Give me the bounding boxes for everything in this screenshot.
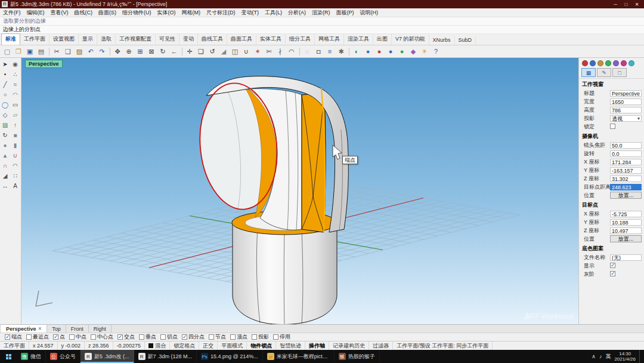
toolbar-tab[interactable]: 渲染工具 — [344, 34, 373, 45]
materials-tab-icon[interactable] — [605, 60, 611, 66]
camera-settings-tab[interactable]: ✎ — [597, 68, 611, 77]
viewport-tab[interactable]: Top — [47, 325, 66, 333]
open-file-icon[interactable]: ❐ — [13, 46, 24, 57]
taskbar-rhino-doc-1[interactable]: R新5 .3dm改 (... — [80, 350, 134, 363]
close-icon[interactable]: ✕ — [38, 326, 42, 331]
status-cell[interactable]: 物件锁点 — [247, 342, 276, 350]
property-value[interactable]: -163.157 — [610, 167, 642, 174]
maximize-button[interactable]: □ — [621, 2, 631, 7]
status-cell[interactable]: 工作平面/预设 工作平面: 同步工作平面 — [393, 342, 493, 350]
toolbar-tab[interactable]: 显示 — [79, 34, 97, 45]
osnap-checkbox[interactable] — [139, 334, 144, 340]
checkbox[interactable] — [610, 271, 615, 276]
toolbar-tab[interactable]: 细分工具 — [286, 34, 315, 45]
fillet-icon[interactable]: ◠ — [286, 46, 297, 57]
menu-item[interactable]: 变动(T) — [239, 9, 262, 17]
clock[interactable]: 14:302021/4/26 — [614, 351, 636, 362]
osnap-item[interactable]: 四分点 — [182, 333, 205, 341]
toolbar-tab[interactable]: 网格工具 — [315, 34, 344, 45]
revolve-icon[interactable]: ↻ — [0, 130, 10, 140]
osnap-checkbox[interactable] — [5, 334, 10, 340]
menu-item[interactable]: 曲面(S) — [95, 9, 119, 17]
zoom-window-icon[interactable]: ⊞ — [135, 46, 145, 57]
viewport-title-label[interactable]: Perspective — [25, 60, 63, 68]
point-icon[interactable]: • — [0, 69, 10, 79]
toolbar-tab[interactable]: 出图 — [373, 34, 392, 45]
curve-icon[interactable]: ≈ — [10, 79, 20, 90]
layers-tab-icon[interactable] — [590, 60, 596, 66]
menu-item[interactable]: 渲染(R) — [309, 9, 333, 17]
osnap-checkbox[interactable] — [230, 334, 236, 340]
osnap-checkbox[interactable] — [182, 334, 187, 340]
menu-item[interactable]: 网格(M) — [179, 9, 204, 17]
osnap-item[interactable]: 投影 — [252, 333, 269, 341]
status-cell[interactable]: y -0.002 — [58, 342, 85, 350]
display-tab-icon[interactable] — [597, 60, 603, 66]
status-cell[interactable]: 正交 — [199, 342, 218, 350]
properties-tab-icon[interactable] — [582, 60, 588, 66]
sphere-icon[interactable]: ● — [0, 140, 10, 150]
polygon-icon[interactable]: ◇ — [0, 110, 10, 120]
show-desktop-button[interactable] — [639, 350, 642, 363]
property-select[interactable]: 透视▾ — [610, 115, 642, 122]
status-cell[interactable]: 平面模式 — [218, 342, 247, 350]
osnap-item[interactable]: 顶点 — [230, 333, 247, 341]
box-icon[interactable]: ■ — [10, 130, 20, 140]
toolbar-tab[interactable]: 曲线工具 — [198, 34, 227, 45]
menu-item[interactable]: 尺寸标注(D) — [203, 9, 239, 17]
osnap-item[interactable]: 中点 — [69, 333, 86, 341]
shaded-viewport-icon[interactable]: ◐ — [351, 46, 362, 57]
osnap-checkbox[interactable] — [91, 334, 96, 340]
polyline-icon[interactable]: ╱ — [0, 79, 10, 90]
zoom-dynamic-icon[interactable]: ⊕ — [123, 46, 134, 57]
viewport-tab[interactable]: Right — [89, 325, 112, 333]
status-cell[interactable]: 工作平面 — [0, 342, 29, 350]
osnap-item[interactable]: 端点 — [5, 333, 22, 341]
toolbar-tab[interactable]: 曲面工具 — [227, 34, 256, 45]
save-icon[interactable]: ▣ — [24, 46, 35, 57]
status-cell[interactable]: 智慧轨迹 — [276, 342, 305, 350]
copy-icon[interactable]: ❑ — [63, 46, 73, 57]
select-pointer-icon[interactable]: ➤ — [0, 59, 10, 69]
toolbar-tab[interactable]: 变动 — [179, 34, 198, 45]
model-cylinder-body[interactable] — [233, 220, 337, 324]
boolean-difference-icon[interactable]: ∩ — [0, 161, 10, 171]
minimize-button[interactable]: ─ — [610, 2, 621, 7]
start-button[interactable] — [0, 350, 17, 363]
pan-view-icon[interactable]: ✥ — [112, 46, 123, 57]
extrude-icon[interactable]: ↑ — [10, 120, 20, 130]
hide-object-icon[interactable]: ◌ — [302, 46, 312, 57]
osnap-item[interactable]: 最近点 — [26, 333, 49, 341]
menu-item[interactable]: 分析(A) — [285, 9, 309, 17]
osnap-checkbox[interactable] — [273, 334, 278, 340]
lock-object-icon[interactable]: ◘ — [313, 46, 324, 57]
lights-tab-icon[interactable] — [621, 60, 627, 66]
circle-icon[interactable]: ○ — [0, 90, 10, 100]
taskbar-rhino-doc-2[interactable]: R新7 .3dm (128 M... — [134, 350, 197, 363]
cut-icon[interactable]: ✂ — [51, 46, 62, 57]
property-value[interactable]: 248.623 — [610, 184, 642, 190]
wallpaper-tab[interactable]: □ — [612, 68, 627, 77]
status-cell[interactable]: -0.200275 — [113, 342, 145, 350]
property-value[interactable]: -5.725 — [610, 211, 642, 217]
menu-item[interactable]: 实体(O) — [154, 9, 179, 17]
menu-item[interactable]: 编辑(E) — [24, 9, 48, 17]
ellipse-icon[interactable]: ◯ — [0, 100, 10, 110]
environment-tab-icon[interactable] — [613, 60, 619, 66]
property-value[interactable]: 50.0 — [610, 142, 642, 149]
input-language-indicator[interactable]: 英 — [605, 353, 611, 361]
close-button[interactable]: ✕ — [631, 2, 642, 7]
osnap-item[interactable]: 垂点 — [139, 333, 156, 341]
layers-icon[interactable]: ≡ — [324, 46, 335, 57]
osnap-checkbox[interactable] — [69, 334, 75, 340]
osnap-checkbox[interactable] — [252, 334, 257, 340]
property-value[interactable]: 0.0 — [610, 150, 642, 157]
move-icon[interactable]: ✛ — [184, 46, 195, 57]
taskbar-monkey-app[interactable]: 猴热股的猴子 — [335, 350, 380, 363]
osnap-checkbox[interactable] — [26, 334, 32, 340]
help-icon[interactable]: ? — [431, 46, 441, 57]
fillet-edge-icon[interactable]: ◠ — [10, 161, 20, 171]
osnap-item[interactable]: 中心点 — [91, 333, 113, 341]
rectangle-icon[interactable]: ▭ — [10, 100, 20, 110]
surface-icon[interactable]: ▱ — [10, 110, 20, 120]
